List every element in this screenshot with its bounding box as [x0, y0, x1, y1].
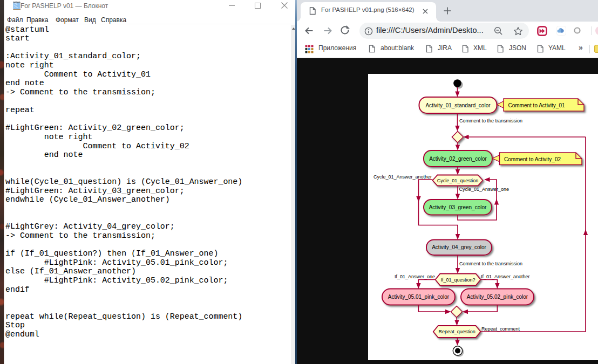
- svg-text:Repeat_question: Repeat_question: [439, 329, 475, 334]
- svg-text:Cycle_01_Answer_another: Cycle_01_Answer_another: [373, 174, 432, 180]
- svg-text:Activity_03_green_color: Activity_03_green_color: [429, 204, 487, 210]
- svg-text:If_01_question?: If_01_question?: [440, 277, 475, 282]
- svg-text:Comment to the transmission: Comment to the transmission: [459, 261, 522, 266]
- svg-text:Activity_01_standard_color: Activity_01_standard_color: [425, 102, 491, 108]
- svg-text:Comment to Activity_01: Comment to Activity_01: [508, 102, 565, 108]
- svg-text:Activity_05.01_pink_color: Activity_05.01_pink_color: [388, 294, 450, 300]
- svg-text:If_01_Answer_another: If_01_Answer_another: [481, 274, 530, 279]
- svg-text:Activity_04_grey_color: Activity_04_grey_color: [432, 244, 486, 250]
- svg-text:Comment to Activity_02: Comment to Activity_02: [504, 156, 561, 162]
- svg-text:Comment to the transmission: Comment to the transmission: [459, 118, 522, 123]
- svg-text:Cycle_01_question: Cycle_01_question: [437, 177, 479, 183]
- svg-text:Cycle_01_Answer_one: Cycle_01_Answer_one: [459, 187, 509, 192]
- svg-text:If_01_Answer_one: If_01_Answer_one: [395, 274, 435, 279]
- svg-text:Repeat_comment: Repeat_comment: [481, 326, 520, 332]
- svg-text:Activity_02_green_color: Activity_02_green_color: [429, 155, 487, 161]
- svg-text:Activity_05.02_pink_color: Activity_05.02_pink_color: [467, 294, 528, 300]
